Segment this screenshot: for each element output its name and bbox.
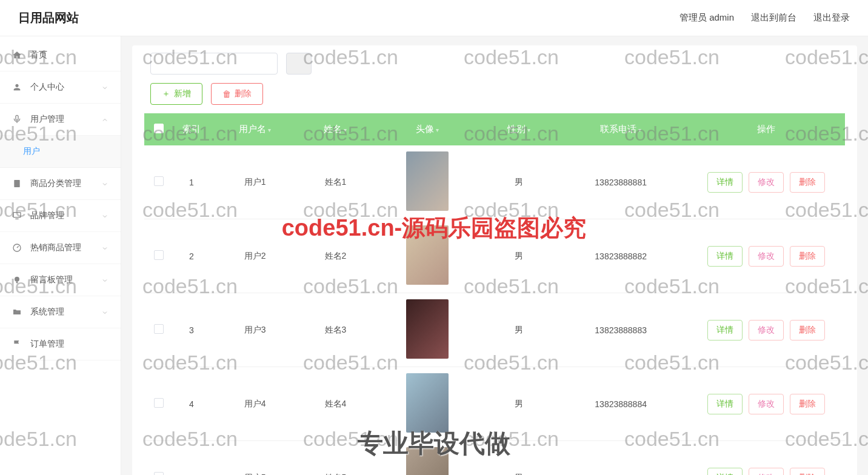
avatar [406,447,449,475]
row-checkbox[interactable] [154,324,164,334]
cell-index: 3 [173,293,210,367]
edit-button[interactable]: 修改 [749,468,784,476]
cell-index: 5 [173,441,210,476]
sidebar-item-user[interactable]: 用户管理 [0,104,121,136]
clipboard-icon [12,179,22,188]
detail-button[interactable]: 详情 [707,246,743,267]
cell-index: 2 [173,219,210,293]
svg-rect-7 [16,282,18,284]
logout-link[interactable]: 退出登录 [813,12,850,24]
chevron-down-icon [101,180,109,187]
detail-button[interactable]: 详情 [707,394,743,414]
gauge-icon [12,243,22,253]
col-name[interactable]: 姓名 [324,124,342,134]
avatar [406,225,449,285]
sidebar-item-category[interactable]: 商品分类管理 [0,168,121,200]
col-phone[interactable]: 联系电话 [600,124,636,134]
chevron-down-icon [101,308,109,316]
trash-icon: 🗑 [222,89,231,99]
row-delete-button[interactable]: 删除 [790,468,825,476]
edit-button[interactable]: 修改 [749,320,784,340]
cell-gender: 男 [484,145,555,219]
sidebar-item-label: 首页 [30,50,47,61]
row-delete-button[interactable]: 删除 [790,172,825,193]
cell-username: 用户2 [210,219,300,293]
detail-button[interactable]: 详情 [707,468,743,476]
row-checkbox[interactable] [154,250,164,260]
sidebar-item-label: 用户管理 [30,114,64,125]
svg-rect-1 [14,180,19,187]
cell-phone: 13823888882 [554,219,687,293]
col-username[interactable]: 用户名 [239,124,266,134]
search-input[interactable] [150,53,278,75]
row-delete-button[interactable]: 删除 [790,394,825,414]
chevron-down-icon [101,84,109,91]
sidebar-item-label: 热销商品管理 [30,242,81,253]
sidebar-item-home[interactable]: 首页 [0,39,121,71]
avatar [406,299,449,359]
sidebar-item-system[interactable]: 系统管理 [0,296,121,328]
sidebar-item-personal[interactable]: 个人中心 [0,71,121,104]
edit-button[interactable]: 修改 [749,172,784,193]
sort-icon: ▾ [638,127,641,133]
svg-line-5 [17,246,19,248]
detail-button[interactable]: 详情 [707,172,743,193]
sidebar-item-label: 个人中心 [30,82,64,93]
sidebar-item-order[interactable]: 订单管理 [0,328,121,360]
edit-button[interactable]: 修改 [749,246,784,267]
cell-name: 姓名2 [300,219,371,293]
sidebar-item-board[interactable]: 留言板管理 [0,264,121,296]
chevron-down-icon [101,276,109,284]
sort-icon: ▾ [268,127,271,133]
sidebar-item-label: 商品分类管理 [30,178,81,189]
cell-phone: 13823888884 [554,367,687,441]
cell-username: 用户5 [210,441,300,476]
select-all-checkbox[interactable] [154,124,164,133]
sidebar-item-label: 系统管理 [30,307,64,317]
cell-name: 姓名5 [300,441,371,476]
delete-button-label: 删除 [235,88,252,99]
row-delete-button[interactable]: 删除 [790,246,825,267]
admin-label[interactable]: 管理员 admin [679,12,734,24]
add-button[interactable]: ＋ 新增 [150,83,202,105]
svg-rect-0 [16,115,18,120]
delete-button[interactable]: 🗑 删除 [211,83,263,105]
cell-username: 用户3 [210,293,300,367]
cell-username: 用户4 [210,367,300,441]
sidebar: 首页 个人中心 用户管理 用户 商品分类管理 [0,36,121,475]
add-button-label: 新增 [174,88,191,99]
table-row: 4用户4姓名4男13823888884详情修改删除 [144,367,845,441]
user-table: 索引 用户名▾ 姓名▾ 头像▾ 性别▾ 联系电话▾ 操作 1用户1姓名1男138… [144,113,845,475]
col-op: 操作 [757,124,775,134]
folder-icon [12,307,22,317]
edit-button[interactable]: 修改 [749,394,784,414]
row-checkbox[interactable] [154,176,164,186]
monitor-icon [12,211,22,221]
cell-name: 姓名4 [300,367,371,441]
avatar [406,373,449,433]
col-avatar[interactable]: 头像 [416,124,434,134]
cell-index: 4 [173,367,210,441]
bulb-icon [12,275,22,285]
svg-rect-2 [13,213,21,218]
cell-phone: 13823888885 [554,441,687,476]
sidebar-item-hot[interactable]: 热销商品管理 [0,232,121,264]
chevron-up-icon [101,116,109,123]
sidebar-subitem-user[interactable]: 用户 [0,136,121,168]
search-button[interactable] [286,53,312,75]
home-icon [12,50,22,60]
table-row: 1用户1姓名1男13823888881详情修改删除 [144,145,845,219]
col-gender[interactable]: 性别 [507,124,526,134]
cell-phone: 13823888883 [554,293,687,367]
detail-button[interactable]: 详情 [707,320,743,340]
sidebar-item-brand[interactable]: 品牌管理 [0,200,121,232]
cell-gender: 男 [484,441,555,476]
site-logo: 日用品网站 [18,10,79,26]
col-index[interactable]: 索引 [182,124,201,134]
sort-icon: ▾ [344,127,347,133]
table-row: 3用户3姓名3男13823888883详情修改删除 [144,293,845,367]
exit-front-link[interactable]: 退出到前台 [751,12,796,24]
row-checkbox[interactable] [154,472,164,475]
row-checkbox[interactable] [154,398,164,408]
row-delete-button[interactable]: 删除 [790,320,825,340]
